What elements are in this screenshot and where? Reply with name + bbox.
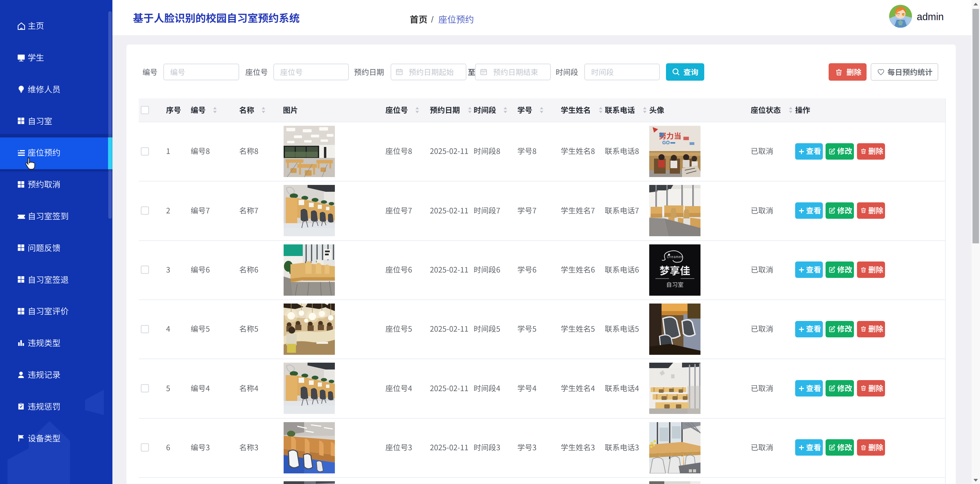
svg-text:GO: GO [662, 140, 670, 145]
svg-text:Dreamer: Dreamer [667, 255, 683, 259]
